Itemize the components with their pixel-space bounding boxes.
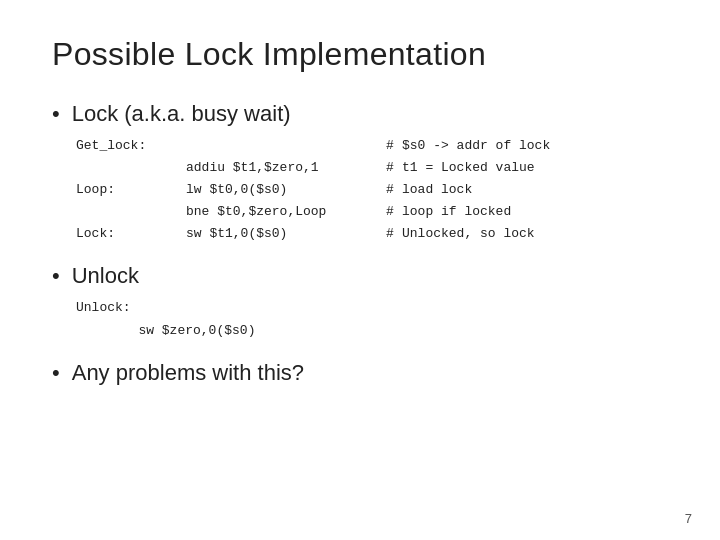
code-comment-4: loop if locked — [402, 201, 668, 223]
code-instr-2: addiu $t1,$zero,1 — [186, 157, 386, 179]
bullet-dot-2: • — [52, 263, 60, 289]
code-hash-4: # — [386, 201, 402, 223]
code-block-lock: Get_lock: # $s0 -> addr of lock addiu $t… — [76, 135, 668, 245]
bullet-lock-section: • Lock (a.k.a. busy wait) Get_lock: # $s… — [52, 101, 668, 245]
bullet-lock-label: • Lock (a.k.a. busy wait) — [52, 101, 668, 127]
code-hash-3: # — [386, 179, 402, 201]
slide-title: Possible Lock Implementation — [52, 36, 668, 73]
slide: Possible Lock Implementation • Lock (a.k… — [0, 0, 720, 540]
code-label-get-lock: Get_lock: — [76, 135, 186, 157]
bullet-dot-1: • — [52, 101, 60, 127]
bullet-problems-label: • Any problems with this? — [52, 360, 668, 386]
code-hash-1: # — [386, 135, 402, 157]
code-instr-3: lw $t0,0($s0) — [186, 179, 386, 201]
code-instr-4: bne $t0,$zero,Loop — [186, 201, 386, 223]
page-number: 7 — [685, 511, 692, 526]
bullet-unlock-text: Unlock — [72, 263, 139, 289]
code-comment-1: $s0 -> addr of lock — [402, 135, 668, 157]
unlock-code-block: Unlock: sw $zero,0($s0) — [76, 297, 668, 341]
code-instr-1 — [186, 135, 386, 157]
code-comment-2: t1 = Locked value — [402, 157, 668, 179]
code-comment-5: Unlocked, so lock — [402, 223, 668, 245]
bullet-problems-text: Any problems with this? — [72, 360, 304, 386]
bullet-lock-text: Lock (a.k.a. busy wait) — [72, 101, 291, 127]
bullet-problems-section: • Any problems with this? — [52, 360, 668, 394]
bullet-dot-3: • — [52, 360, 60, 386]
bullet-unlock-section: • Unlock Unlock: sw $zero,0($s0) — [52, 263, 668, 341]
code-comment-3: load lock — [402, 179, 668, 201]
code-label-lock: Lock: — [76, 223, 186, 245]
code-hash-2: # — [386, 157, 402, 179]
code-label-blank-1 — [76, 157, 186, 179]
unlock-code-line2: sw $zero,0($s0) — [76, 320, 668, 342]
code-instr-5: sw $t1,0($s0) — [186, 223, 386, 245]
bullet-unlock-label: • Unlock — [52, 263, 668, 289]
unlock-code-line1: Unlock: — [76, 297, 668, 319]
code-label-loop: Loop: — [76, 179, 186, 201]
code-label-blank-2 — [76, 201, 186, 223]
code-hash-5: # — [386, 223, 402, 245]
